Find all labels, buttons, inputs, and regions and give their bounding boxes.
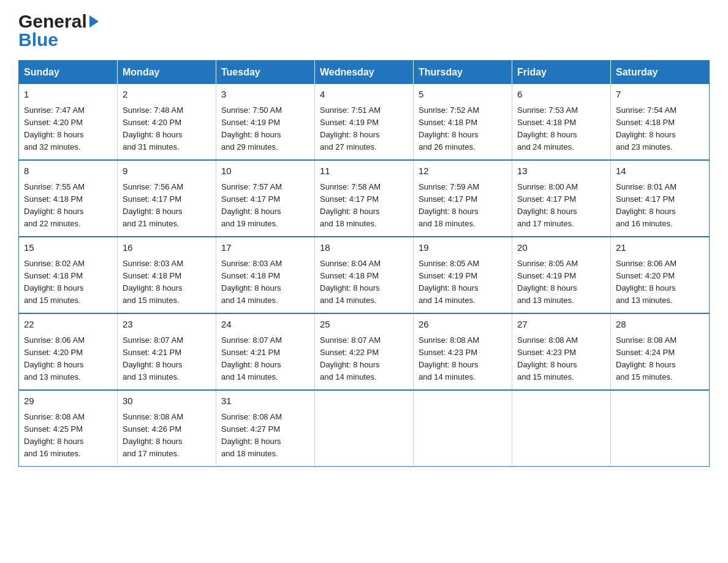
day-number: 2 — [123, 88, 211, 102]
calendar-cell: 7 Sunrise: 7:54 AMSunset: 4:18 PMDayligh… — [611, 84, 710, 160]
day-detail: Sunrise: 8:07 AMSunset: 4:22 PMDaylight:… — [320, 334, 408, 384]
day-detail: Sunrise: 8:08 AMSunset: 4:25 PMDaylight:… — [24, 411, 112, 461]
calendar-cell: 25 Sunrise: 8:07 AMSunset: 4:22 PMDaylig… — [315, 313, 414, 390]
calendar-header-monday: Monday — [118, 61, 216, 85]
day-detail: Sunrise: 8:02 AMSunset: 4:18 PMDaylight:… — [24, 258, 112, 307]
day-detail: Sunrise: 8:05 AMSunset: 4:19 PMDaylight:… — [517, 258, 605, 307]
calendar-cell: 5 Sunrise: 7:52 AMSunset: 4:18 PMDayligh… — [414, 84, 512, 160]
day-detail: Sunrise: 7:47 AMSunset: 4:20 PMDaylight:… — [24, 104, 112, 154]
day-number: 18 — [320, 241, 408, 255]
calendar-cell — [315, 390, 414, 467]
calendar-cell: 31 Sunrise: 8:08 AMSunset: 4:27 PMDaylig… — [216, 390, 315, 467]
day-number: 28 — [616, 318, 704, 332]
calendar-cell: 22 Sunrise: 8:06 AMSunset: 4:20 PMDaylig… — [19, 313, 118, 390]
day-number: 6 — [517, 88, 605, 102]
day-detail: Sunrise: 7:50 AMSunset: 4:19 PMDaylight:… — [221, 104, 309, 154]
day-number: 7 — [616, 88, 704, 102]
calendar-cell: 2 Sunrise: 7:48 AMSunset: 4:20 PMDayligh… — [118, 84, 216, 160]
day-number: 29 — [24, 394, 112, 408]
calendar-cell: 3 Sunrise: 7:50 AMSunset: 4:19 PMDayligh… — [216, 84, 315, 160]
day-detail: Sunrise: 7:52 AMSunset: 4:18 PMDaylight:… — [419, 104, 507, 154]
calendar-cell: 8 Sunrise: 7:55 AMSunset: 4:18 PMDayligh… — [19, 160, 118, 237]
day-detail: Sunrise: 8:05 AMSunset: 4:19 PMDaylight:… — [419, 258, 507, 307]
calendar-header-thursday: Thursday — [414, 61, 512, 85]
day-number: 11 — [320, 164, 408, 178]
day-detail: Sunrise: 7:53 AMSunset: 4:18 PMDaylight:… — [517, 104, 605, 154]
day-detail: Sunrise: 8:07 AMSunset: 4:21 PMDaylight:… — [123, 334, 211, 384]
day-detail: Sunrise: 8:08 AMSunset: 4:26 PMDaylight:… — [123, 411, 211, 461]
day-number: 25 — [320, 318, 408, 332]
day-number: 1 — [24, 88, 112, 102]
calendar-cell: 11 Sunrise: 7:58 AMSunset: 4:17 PMDaylig… — [315, 160, 414, 237]
day-number: 4 — [320, 88, 408, 102]
calendar-cell: 1 Sunrise: 7:47 AMSunset: 4:20 PMDayligh… — [19, 84, 118, 160]
calendar-cell: 24 Sunrise: 8:07 AMSunset: 4:21 PMDaylig… — [216, 313, 315, 390]
day-detail: Sunrise: 7:54 AMSunset: 4:18 PMDaylight:… — [616, 104, 704, 154]
calendar-header-tuesday: Tuesday — [216, 61, 315, 85]
calendar-week-4: 22 Sunrise: 8:06 AMSunset: 4:20 PMDaylig… — [19, 313, 710, 390]
logo-arrow-icon — [89, 15, 99, 28]
calendar-cell: 6 Sunrise: 7:53 AMSunset: 4:18 PMDayligh… — [512, 84, 611, 160]
day-number: 3 — [221, 88, 309, 102]
day-detail: Sunrise: 8:06 AMSunset: 4:20 PMDaylight:… — [24, 334, 112, 384]
calendar-cell: 23 Sunrise: 8:07 AMSunset: 4:21 PMDaylig… — [118, 313, 216, 390]
day-detail: Sunrise: 7:58 AMSunset: 4:17 PMDaylight:… — [320, 181, 408, 231]
day-number: 9 — [123, 164, 211, 178]
calendar-week-2: 8 Sunrise: 7:55 AMSunset: 4:18 PMDayligh… — [19, 160, 710, 237]
calendar-cell — [414, 390, 512, 467]
day-number: 13 — [517, 164, 605, 178]
calendar-cell: 21 Sunrise: 8:06 AMSunset: 4:20 PMDaylig… — [611, 237, 710, 313]
day-detail: Sunrise: 8:03 AMSunset: 4:18 PMDaylight:… — [123, 258, 211, 307]
day-detail: Sunrise: 8:07 AMSunset: 4:21 PMDaylight:… — [221, 334, 309, 384]
day-number: 30 — [123, 394, 211, 408]
day-number: 17 — [221, 241, 309, 255]
calendar-cell: 12 Sunrise: 7:59 AMSunset: 4:17 PMDaylig… — [414, 160, 512, 237]
calendar-cell — [512, 390, 611, 467]
day-detail: Sunrise: 8:08 AMSunset: 4:23 PMDaylight:… — [419, 334, 507, 384]
day-number: 14 — [616, 164, 704, 178]
day-number: 20 — [517, 241, 605, 255]
day-detail: Sunrise: 8:08 AMSunset: 4:27 PMDaylight:… — [221, 411, 309, 461]
calendar-week-5: 29 Sunrise: 8:08 AMSunset: 4:25 PMDaylig… — [19, 390, 710, 467]
day-number: 5 — [419, 88, 507, 102]
calendar-cell: 15 Sunrise: 8:02 AMSunset: 4:18 PMDaylig… — [19, 237, 118, 313]
calendar-cell: 27 Sunrise: 8:08 AMSunset: 4:23 PMDaylig… — [512, 313, 611, 390]
calendar-cell: 28 Sunrise: 8:08 AMSunset: 4:24 PMDaylig… — [611, 313, 710, 390]
logo: General Blue — [18, 12, 99, 49]
day-number: 31 — [221, 394, 309, 408]
day-number: 16 — [123, 241, 211, 255]
calendar-cell: 9 Sunrise: 7:56 AMSunset: 4:17 PMDayligh… — [118, 160, 216, 237]
calendar-header-wednesday: Wednesday — [315, 61, 414, 85]
day-detail: Sunrise: 8:00 AMSunset: 4:17 PMDaylight:… — [517, 181, 605, 231]
calendar-header-saturday: Saturday — [611, 61, 710, 85]
day-number: 15 — [24, 241, 112, 255]
day-number: 8 — [24, 164, 112, 178]
calendar-cell: 16 Sunrise: 8:03 AMSunset: 4:18 PMDaylig… — [118, 237, 216, 313]
day-detail: Sunrise: 7:59 AMSunset: 4:17 PMDaylight:… — [419, 181, 507, 231]
day-number: 10 — [221, 164, 309, 178]
day-number: 19 — [419, 241, 507, 255]
calendar-cell: 14 Sunrise: 8:01 AMSunset: 4:17 PMDaylig… — [611, 160, 710, 237]
day-number: 23 — [123, 318, 211, 332]
calendar-cell: 4 Sunrise: 7:51 AMSunset: 4:19 PMDayligh… — [315, 84, 414, 160]
calendar-cell: 18 Sunrise: 8:04 AMSunset: 4:18 PMDaylig… — [315, 237, 414, 313]
calendar-header-row: SundayMondayTuesdayWednesdayThursdayFrid… — [19, 61, 710, 85]
day-number: 27 — [517, 318, 605, 332]
day-detail: Sunrise: 8:06 AMSunset: 4:20 PMDaylight:… — [616, 258, 704, 307]
calendar-cell: 17 Sunrise: 8:03 AMSunset: 4:18 PMDaylig… — [216, 237, 315, 313]
day-detail: Sunrise: 8:03 AMSunset: 4:18 PMDaylight:… — [221, 258, 309, 307]
day-detail: Sunrise: 8:01 AMSunset: 4:17 PMDaylight:… — [616, 181, 704, 231]
day-detail: Sunrise: 8:08 AMSunset: 4:24 PMDaylight:… — [616, 334, 704, 384]
calendar-cell: 29 Sunrise: 8:08 AMSunset: 4:25 PMDaylig… — [19, 390, 118, 467]
day-detail: Sunrise: 7:55 AMSunset: 4:18 PMDaylight:… — [24, 181, 112, 231]
calendar-cell: 30 Sunrise: 8:08 AMSunset: 4:26 PMDaylig… — [118, 390, 216, 467]
calendar-cell: 10 Sunrise: 7:57 AMSunset: 4:17 PMDaylig… — [216, 160, 315, 237]
day-detail: Sunrise: 8:08 AMSunset: 4:23 PMDaylight:… — [517, 334, 605, 384]
day-detail: Sunrise: 7:56 AMSunset: 4:17 PMDaylight:… — [123, 181, 211, 231]
day-number: 12 — [419, 164, 507, 178]
calendar-cell: 19 Sunrise: 8:05 AMSunset: 4:19 PMDaylig… — [414, 237, 512, 313]
day-number: 22 — [24, 318, 112, 332]
logo-line2: Blue — [18, 31, 99, 49]
calendar-cell: 20 Sunrise: 8:05 AMSunset: 4:19 PMDaylig… — [512, 237, 611, 313]
day-detail: Sunrise: 7:48 AMSunset: 4:20 PMDaylight:… — [123, 104, 211, 154]
